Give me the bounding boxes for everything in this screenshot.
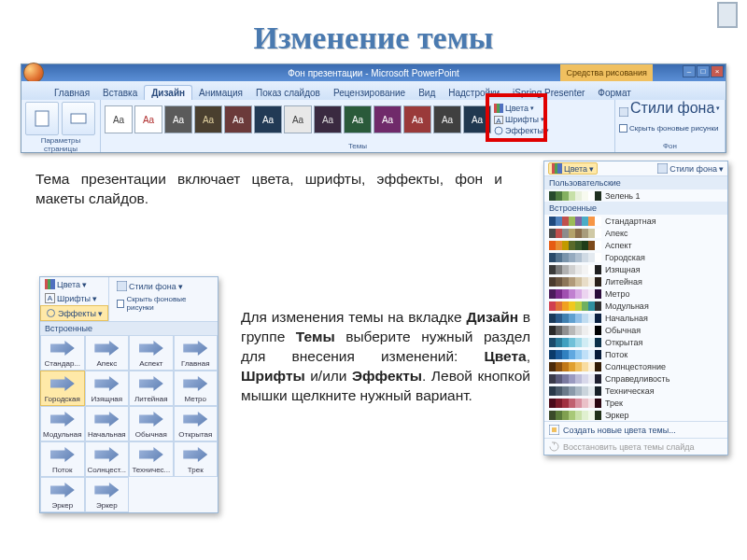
theme-thumbnail[interactable]: Aa bbox=[254, 105, 282, 133]
page-setup-button[interactable] bbox=[25, 102, 59, 135]
effect-option[interactable]: Изящная bbox=[85, 371, 130, 406]
effect-option[interactable]: Метро bbox=[174, 371, 218, 406]
color-scheme-option[interactable]: Открытая bbox=[544, 336, 727, 348]
effect-option[interactable]: Стандар... bbox=[40, 335, 85, 371]
tab-показ слайдов[interactable]: Показ слайдов bbox=[249, 86, 327, 100]
group-label-page-setup: Параметры страницы bbox=[25, 135, 96, 153]
color-scheme-option[interactable]: Трек bbox=[544, 397, 727, 409]
effect-option[interactable]: Городская bbox=[40, 371, 85, 406]
svg-rect-4 bbox=[500, 104, 503, 113]
create-theme-colors-button[interactable]: Создать новые цвета темы... bbox=[544, 421, 727, 438]
effect-option[interactable]: Аспект bbox=[129, 335, 173, 371]
effect-option[interactable]: Открытая bbox=[174, 406, 218, 441]
powerpoint-ribbon: Фон презентации - Microsoft PowerPoint С… bbox=[21, 63, 726, 153]
effect-option[interactable]: Начальная bbox=[85, 406, 130, 441]
group-background: Стили фона▾ Скрыть фоновые рисунки Фон bbox=[615, 100, 726, 152]
theme-thumbnail[interactable]: Aa bbox=[134, 105, 162, 133]
ribbon-body: Параметры страницы AaAaAaAaAaAaAaAaAaAaA… bbox=[21, 100, 726, 152]
color-scheme-option[interactable]: Справедливость bbox=[544, 372, 727, 385]
color-scheme-option[interactable]: Зелень 1 bbox=[544, 189, 727, 202]
svg-point-5 bbox=[495, 127, 502, 134]
effect-option[interactable]: Поток bbox=[40, 441, 85, 477]
theme-thumbnail[interactable]: Aa bbox=[284, 105, 312, 133]
theme-thumbnail[interactable]: Aa bbox=[344, 105, 372, 133]
group-label-background: Фон bbox=[619, 141, 721, 150]
color-scheme-option[interactable]: Метро bbox=[544, 287, 727, 300]
panel-bgstyles-button[interactable]: Стили фона ▾ bbox=[112, 279, 215, 293]
colors-heading-custom: Пользовательские bbox=[544, 176, 727, 189]
panel-effects-button[interactable]: Эффекты ▾ bbox=[40, 305, 108, 321]
color-scheme-option[interactable]: Городская bbox=[544, 251, 727, 263]
effect-option[interactable]: Техничес... bbox=[129, 441, 173, 477]
svg-rect-12 bbox=[552, 163, 555, 174]
colors-top-bgstyles-button[interactable]: Стили фона ▾ bbox=[657, 163, 724, 174]
effect-option[interactable]: Апекс bbox=[85, 335, 130, 371]
tab-рецензирование[interactable]: Рецензирование bbox=[327, 86, 412, 100]
theme-thumbnail[interactable]: Aa bbox=[164, 105, 192, 133]
theme-thumbnail[interactable]: Aa bbox=[224, 105, 252, 133]
theme-effects-button[interactable]: Эффекты▾ bbox=[494, 125, 555, 136]
panel-fonts-button[interactable]: AШрифты ▾ bbox=[40, 291, 108, 305]
reset-theme-colors-button[interactable]: Восстановить цвета темы слайда bbox=[544, 438, 727, 455]
color-scheme-option[interactable]: Начальная bbox=[544, 312, 727, 324]
theme-thumbnail[interactable]: Aa bbox=[463, 105, 491, 133]
effect-option[interactable]: Модульная bbox=[40, 406, 85, 441]
window-titlebar: Фон презентации - Microsoft PowerPoint С… bbox=[21, 64, 726, 81]
effect-option[interactable]: Солнцест... bbox=[85, 441, 130, 477]
svg-rect-9 bbox=[50, 279, 55, 289]
svg-rect-7 bbox=[45, 279, 48, 289]
color-scheme-option[interactable]: Эркер bbox=[544, 409, 727, 421]
theme-thumbnail[interactable]: Aa bbox=[433, 105, 461, 133]
background-styles-button[interactable]: Стили фона▾ bbox=[619, 102, 721, 115]
color-scheme-option[interactable]: Апекс bbox=[544, 227, 727, 239]
color-scheme-option[interactable]: Стандартная bbox=[544, 215, 727, 227]
ribbon-tabs: ГлавнаяВставкаДизайнАнимацияПоказ слайдо… bbox=[21, 81, 726, 100]
panel-colors-button[interactable]: Цвета ▾ bbox=[40, 277, 108, 291]
color-scheme-option[interactable]: Аспект bbox=[544, 239, 727, 251]
theme-thumbnail[interactable]: Aa bbox=[105, 105, 133, 133]
tab-вставка[interactable]: Вставка bbox=[96, 86, 144, 100]
color-scheme-option[interactable]: Поток bbox=[544, 348, 727, 360]
effect-option[interactable]: Главная bbox=[174, 335, 218, 371]
tab-вид[interactable]: Вид bbox=[412, 86, 442, 100]
slide-orientation-button[interactable] bbox=[62, 102, 95, 135]
theme-controls: Цвета▾ AШрифты▾ Эффекты▾ bbox=[491, 103, 555, 136]
hide-bg-graphics-checkbox[interactable]: Скрыть фоновые рисунки bbox=[619, 121, 721, 134]
theme-thumbnail[interactable]: Aa bbox=[374, 105, 402, 133]
theme-colors-button[interactable]: Цвета▾ bbox=[494, 103, 555, 114]
colors-dropdown-panel: Цвета ▾ Стили фона ▾ Пользовательские Зе… bbox=[543, 161, 728, 455]
color-scheme-option[interactable]: Литейная bbox=[544, 275, 727, 287]
svg-rect-17 bbox=[552, 427, 557, 432]
color-scheme-option[interactable]: Обычная bbox=[544, 324, 727, 336]
theme-thumbnail[interactable]: Aa bbox=[314, 105, 342, 133]
effect-option[interactable]: Эркер bbox=[85, 477, 130, 512]
tab-ispring presenter[interactable]: iSpring Presenter bbox=[506, 86, 591, 100]
panel-hidebg-checkbox[interactable]: Скрыть фоновые рисунки bbox=[112, 293, 215, 314]
intro-paragraph: Тема презентации включает цвета, шрифты,… bbox=[35, 170, 502, 209]
color-scheme-option[interactable]: Солнцестояние bbox=[544, 360, 727, 372]
effect-option[interactable]: Эркер bbox=[40, 477, 85, 512]
svg-rect-1 bbox=[71, 114, 86, 123]
page-title: Изменение темы bbox=[0, 21, 747, 56]
theme-fonts-button[interactable]: AШрифты▾ bbox=[494, 114, 555, 125]
color-scheme-option[interactable]: Техническая bbox=[544, 385, 727, 397]
color-scheme-option[interactable]: Модульная bbox=[544, 300, 727, 312]
effect-option[interactable]: Трек bbox=[174, 441, 218, 477]
close-button[interactable]: × bbox=[711, 65, 724, 77]
tab-анимация[interactable]: Анимация bbox=[192, 86, 249, 100]
color-scheme-option[interactable]: Изящная bbox=[544, 263, 727, 275]
tab-дизайн[interactable]: Дизайн bbox=[144, 85, 192, 100]
colors-top-colors-button[interactable]: Цвета ▾ bbox=[548, 162, 598, 175]
svg-rect-15 bbox=[657, 163, 668, 174]
svg-rect-13 bbox=[555, 163, 557, 174]
minimize-button[interactable]: – bbox=[683, 65, 696, 77]
effects-heading-builtin: Встроенные bbox=[40, 322, 218, 335]
theme-thumbnail[interactable]: Aa bbox=[194, 105, 222, 133]
effect-option[interactable]: Обычная bbox=[129, 406, 173, 441]
tab-главная[interactable]: Главная bbox=[48, 86, 96, 100]
tab-формат[interactable]: Формат bbox=[591, 86, 638, 100]
tab-надстройки[interactable]: Надстройки bbox=[442, 86, 506, 100]
maximize-button[interactable]: □ bbox=[697, 65, 710, 77]
theme-thumbnail[interactable]: Aa bbox=[403, 105, 431, 133]
effect-option[interactable]: Литейная bbox=[129, 371, 173, 406]
